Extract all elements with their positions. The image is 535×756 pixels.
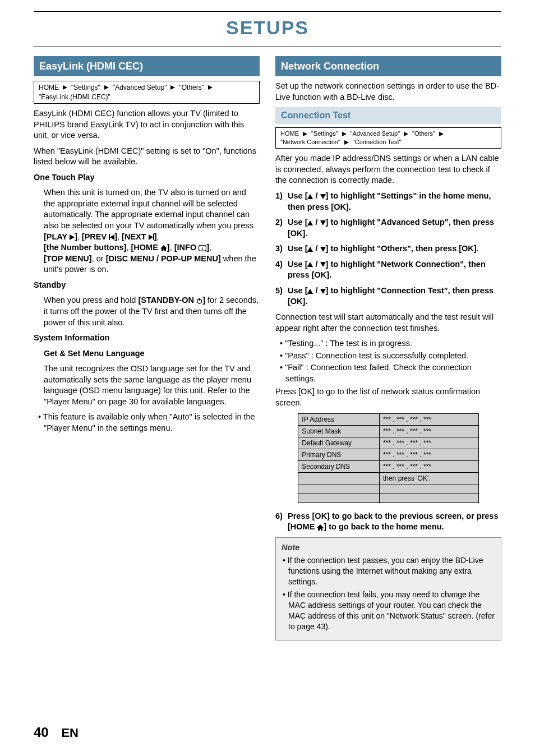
svg-marker-5 — [317, 524, 324, 531]
list-item: "Testing..." : The test is in progress. — [285, 338, 501, 349]
next-icon — [149, 234, 154, 240]
path-home: HOME — [38, 84, 60, 91]
cell-key: Default Gateway — [298, 437, 380, 449]
arrow-right-icon — [344, 140, 349, 145]
down-icon — [320, 247, 326, 252]
button-ref-topmenu: [TOP MENU] — [44, 254, 92, 263]
paragraph: Connection test will start automatically… — [275, 312, 501, 334]
arrow-right-icon — [170, 85, 175, 90]
page-footer: 40 EN — [34, 723, 79, 741]
right-column: Network Connection Set up the network co… — [275, 55, 501, 640]
rule-top — [34, 11, 501, 12]
path-item: "Settings" — [310, 130, 339, 137]
cell-key: IP Address — [298, 413, 380, 425]
cell-val: *** . *** . *** . *** — [379, 449, 478, 461]
cell-val: *** . *** . *** . *** — [379, 425, 478, 437]
up-icon — [307, 262, 313, 267]
paragraph: When this unit is turned on, the TV also… — [44, 187, 260, 275]
button-ref-next: [NEXT ] — [122, 232, 156, 241]
button-ref-number: [the Number buttons] — [44, 243, 126, 252]
network-status-table: IP Address*** . *** . *** . *** Subnet M… — [298, 413, 478, 503]
up-icon — [307, 247, 313, 252]
path-item: "Advanced Setup" — [349, 130, 402, 137]
page-number: 40 — [34, 725, 49, 740]
paragraph: Set up the network connection settings i… — [275, 81, 501, 103]
home-icon — [160, 243, 167, 252]
list-item: If the connection test fails, you may ne… — [288, 589, 495, 632]
down-icon — [320, 220, 326, 225]
cell-key: Primary DNS — [298, 449, 380, 461]
heading-getset: Get & Set Menu Language — [44, 348, 260, 359]
list-item: "Fail" : Connection test failed. Check t… — [285, 362, 501, 384]
text: [NEXT — [122, 232, 149, 241]
paragraph: Press [OK] to go to the list of network … — [275, 386, 501, 408]
step-2: 2)Use [ / ] to highlight "Advanced Setup… — [275, 217, 501, 239]
step-text: Use [ / ] to highlight "Others", then pr… — [288, 244, 479, 253]
section-network: Network Connection — [275, 56, 501, 76]
table-row: Default Gateway*** . *** . *** . *** — [298, 437, 478, 449]
heading-sysinfo: System Information — [34, 333, 260, 344]
list-item: This feature is available only when "Aut… — [44, 412, 260, 434]
list-item: If the connection test passes, you can e… — [288, 555, 495, 587]
page-lang: EN — [61, 726, 79, 740]
step-list: 1)Use [ / ] to highlight "Settings" in t… — [275, 191, 501, 307]
step-5: 5)Use [ / ] to highlight "Connection Tes… — [275, 285, 501, 307]
svg-text:i: i — [202, 246, 203, 251]
cell-key — [298, 473, 380, 485]
step-text: Use [ / ] to highlight "Advanced Setup",… — [288, 218, 494, 238]
down-icon — [320, 194, 326, 199]
svg-marker-0 — [160, 245, 167, 251]
button-ref-home: [HOME ] — [131, 243, 169, 252]
table-row: Secondary DNS*** . *** . *** . *** — [298, 461, 478, 473]
text: Press [OK] to go to the list of network … — [275, 387, 480, 407]
table-row: IP Address*** . *** . *** . *** — [298, 413, 478, 425]
text: [PLAY — [44, 232, 70, 241]
paragraph: When you press and hold [STANDBY-ON ] fo… — [44, 295, 260, 328]
path-item: "EasyLink (HDMI CEC)" — [38, 93, 112, 101]
arrow-right-icon — [404, 132, 408, 136]
cell-val — [379, 485, 478, 494]
button-ref-standby: [STANDBY-ON ] — [138, 296, 205, 305]
cell-val: *** . *** . *** . *** — [379, 413, 478, 425]
breadcrumb-network: HOME "Settings" "Advanced Setup" "Others… — [275, 127, 501, 149]
path-item: "Others" — [178, 84, 205, 91]
arrow-right-icon — [104, 85, 109, 90]
text: [HOME — [131, 243, 160, 252]
path-home: HOME — [279, 130, 300, 137]
step-6: 6)Press [OK] to go back to the previous … — [275, 511, 501, 533]
paragraph: EasyLink (HDMI CEC) function allows your… — [34, 108, 260, 141]
prev-icon — [109, 234, 114, 240]
result-list: "Testing..." : The test is in progress. … — [275, 338, 501, 384]
cell-key — [298, 494, 380, 503]
arrow-right-icon — [303, 132, 307, 136]
cell-val — [379, 494, 478, 503]
text: ] to go back to the home menu. — [324, 522, 444, 531]
arrow-right-icon — [208, 85, 213, 90]
two-column-layout: EasyLink (HDMI CEC) HOME "Settings" "Adv… — [34, 55, 501, 640]
text: ] — [202, 296, 205, 305]
cell-key — [298, 485, 380, 494]
step-text: Press [OK] to go back to the previous sc… — [288, 511, 499, 532]
paragraph: When "EasyLink (HDMI CEC)" setting is se… — [34, 146, 260, 168]
text: ] — [167, 243, 170, 252]
step-text: Use [ / ] to highlight "Connection Test"… — [288, 286, 494, 306]
step-4: 4)Use [ / ] to highlight "Network Connec… — [275, 259, 501, 281]
button-ref-discmenu: [DISC MENU / POP-UP MENU] — [106, 254, 221, 263]
home-icon — [317, 522, 324, 531]
heading-onetouch: One Touch Play — [34, 172, 260, 183]
cell-val: then press 'OK'. — [379, 473, 478, 485]
power-icon — [196, 296, 202, 305]
rule-below-title — [34, 47, 501, 47]
step-1: 1)Use [ / ] to highlight "Settings" in t… — [275, 191, 501, 213]
text: ] — [75, 232, 77, 241]
cell-val: *** . *** . *** . *** — [379, 461, 478, 473]
cell-key: Secondary DNS — [298, 461, 380, 473]
cell-val: *** . *** . *** . *** — [379, 437, 478, 449]
path-item: "Advanced Setup" — [112, 84, 168, 91]
manual-page: SETUPS EasyLink (HDMI CEC) HOME "Setting… — [0, 0, 535, 756]
text: ] — [206, 243, 209, 252]
arrow-right-icon — [63, 85, 67, 90]
page-title: SETUPS — [34, 15, 501, 41]
down-icon — [320, 289, 326, 294]
path-item: "Settings" — [70, 84, 102, 91]
